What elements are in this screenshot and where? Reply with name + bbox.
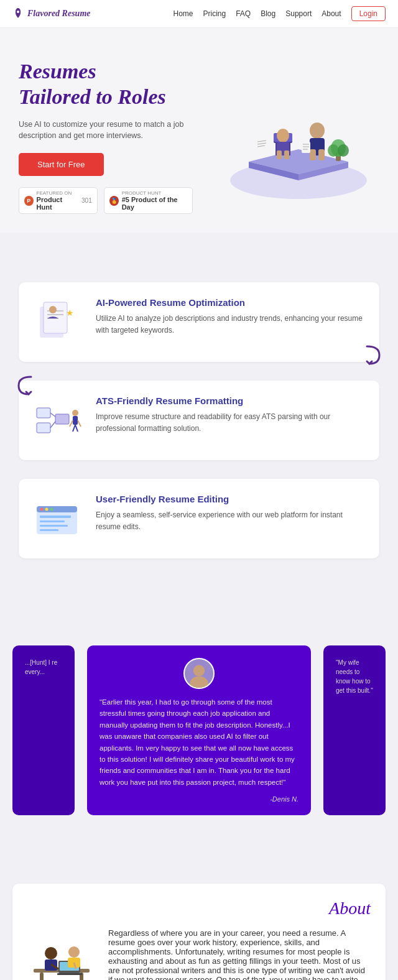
features-section: ★ AI-Powered Resume Optimization Utilize… <box>0 257 398 602</box>
svg-line-45 <box>78 420 81 427</box>
svg-rect-11 <box>310 149 316 160</box>
svg-point-58 <box>193 665 205 676</box>
product-hunt-badge: P FEATURED ON Product Hunt 301 <box>19 187 98 214</box>
nav-about[interactable]: About <box>322 9 341 18</box>
svg-line-47 <box>75 425 78 432</box>
feature-content-edit: User-Friendly Resume Editing Enjoy a sea… <box>96 494 364 533</box>
curl-right-svg <box>362 344 384 366</box>
hero-section: Resumes Tailored to Roles Use AI to cust… <box>0 28 398 233</box>
spacer3 <box>0 840 398 865</box>
svg-line-41 <box>50 422 55 428</box>
testimonial-main-card: "Earlier this year, I had to go through … <box>87 645 311 815</box>
svg-point-9 <box>310 122 325 139</box>
ats-icon-svg <box>34 395 83 445</box>
svg-point-52 <box>50 508 53 511</box>
svg-rect-56 <box>40 529 58 531</box>
testimonial-author: -Denis N. <box>100 795 298 803</box>
about-text: Regardless of where you are in your care… <box>108 928 371 980</box>
hero-svg <box>218 68 379 205</box>
nav-links: Home Pricing FAQ Blog Support About Logi… <box>173 6 386 21</box>
product-of-day-badge: 🥇 PRODUCT HUNT #5 Product of the Day <box>104 187 193 214</box>
testimonial-right-partial: "My wife needs to know how to get this b… <box>323 645 386 815</box>
hero-cta-button[interactable]: Start for Free <box>19 153 104 176</box>
svg-rect-39 <box>55 414 69 424</box>
svg-rect-25 <box>254 136 271 155</box>
svg-rect-12 <box>318 149 325 160</box>
medal-badge-text: PRODUCT HUNT #5 Product of the Day <box>122 190 187 211</box>
nav-faq[interactable]: FAQ <box>236 9 251 18</box>
about-svg <box>27 928 96 980</box>
svg-point-68 <box>68 946 80 958</box>
avatar-svg <box>185 658 213 689</box>
about-card: About <box>12 884 386 980</box>
about-title: About <box>27 899 371 918</box>
spacer2 <box>0 602 398 627</box>
navbar: Flavored Resume Home Pricing FAQ Blog Su… <box>0 0 398 28</box>
hero-subtitle: Use AI to customize your resume to match… <box>19 119 193 142</box>
hero-badges: P FEATURED ON Product Hunt 301 🥇 PRODUCT… <box>19 187 193 214</box>
testimonial-avatar <box>183 658 215 689</box>
svg-point-13 <box>277 129 289 142</box>
svg-rect-17 <box>302 142 310 153</box>
login-button[interactable]: Login <box>351 6 386 21</box>
svg-point-51 <box>45 508 49 511</box>
hero-title: Resumes Tailored to Roles <box>19 59 193 110</box>
ai-icon-svg: ★ <box>34 297 83 347</box>
feature-card-edit: User-Friendly Resume Editing Enjoy a sea… <box>19 479 379 558</box>
svg-rect-16 <box>284 150 289 159</box>
testimonials-row: ...[Hunt] I re every... "Earlier this ye… <box>0 645 398 815</box>
feature-icon-ai: ★ <box>34 297 83 347</box>
feature-content-ai: AI-Powered Resume Optimization Utilize A… <box>96 297 364 336</box>
ph-icon: P <box>24 196 34 206</box>
feature-card-ats: ATS-Friendly Resume Formatting Improve r… <box>19 381 379 460</box>
svg-point-63 <box>45 947 57 959</box>
svg-point-23 <box>328 144 339 157</box>
nav-blog[interactable]: Blog <box>261 9 275 18</box>
about-content: Regardless of where you are in your care… <box>27 928 371 980</box>
medal-icon: 🥇 <box>109 196 119 206</box>
nav-home[interactable]: Home <box>173 9 193 18</box>
testimonials-section: ...[Hunt] I re every... "Earlier this ye… <box>0 627 398 840</box>
svg-rect-67 <box>57 973 82 975</box>
svg-rect-53 <box>40 515 71 518</box>
svg-rect-15 <box>277 150 282 159</box>
svg-rect-55 <box>40 525 68 527</box>
feature-icon-ats <box>34 395 83 445</box>
svg-rect-38 <box>37 423 50 433</box>
svg-point-24 <box>338 144 349 157</box>
hero-content: Resumes Tailored to Roles Use AI to cust… <box>19 59 193 214</box>
logo-icon <box>12 7 24 21</box>
feature-content-ats: ATS-Friendly Resume Formatting Improve r… <box>96 395 364 435</box>
spacer1 <box>0 233 398 257</box>
svg-line-40 <box>50 413 55 417</box>
curl-decoration-right <box>362 344 384 368</box>
svg-point-0 <box>17 11 19 13</box>
svg-point-42 <box>72 410 78 416</box>
svg-rect-54 <box>40 520 65 522</box>
ph-count: 301 <box>81 197 92 204</box>
edit-icon-svg <box>34 494 83 543</box>
svg-line-46 <box>73 425 75 432</box>
curl-decoration-left <box>14 374 36 399</box>
svg-line-44 <box>70 420 73 427</box>
svg-point-35 <box>49 306 57 313</box>
hero-illustration <box>218 68 379 205</box>
about-illustration <box>27 928 96 980</box>
svg-rect-43 <box>73 416 78 425</box>
svg-rect-61 <box>40 973 44 980</box>
ph-badge-text: FEATURED ON Product Hunt <box>37 190 76 211</box>
nav-logo[interactable]: Flavored Resume <box>12 7 91 21</box>
curl-left-svg <box>14 374 36 397</box>
testimonial-text: "Earlier this year, I had to go through … <box>100 696 298 788</box>
feature-icon-edit <box>34 494 83 543</box>
testimonial-left-partial: ...[Hunt] I re every... <box>12 645 75 815</box>
nav-pricing[interactable]: Pricing <box>203 9 226 18</box>
nav-support[interactable]: Support <box>285 9 312 18</box>
feature-card-ai: ★ AI-Powered Resume Optimization Utilize… <box>19 282 379 362</box>
svg-point-50 <box>40 508 44 511</box>
svg-text:★: ★ <box>66 308 74 318</box>
svg-rect-37 <box>37 408 50 418</box>
about-section: About <box>0 865 398 980</box>
